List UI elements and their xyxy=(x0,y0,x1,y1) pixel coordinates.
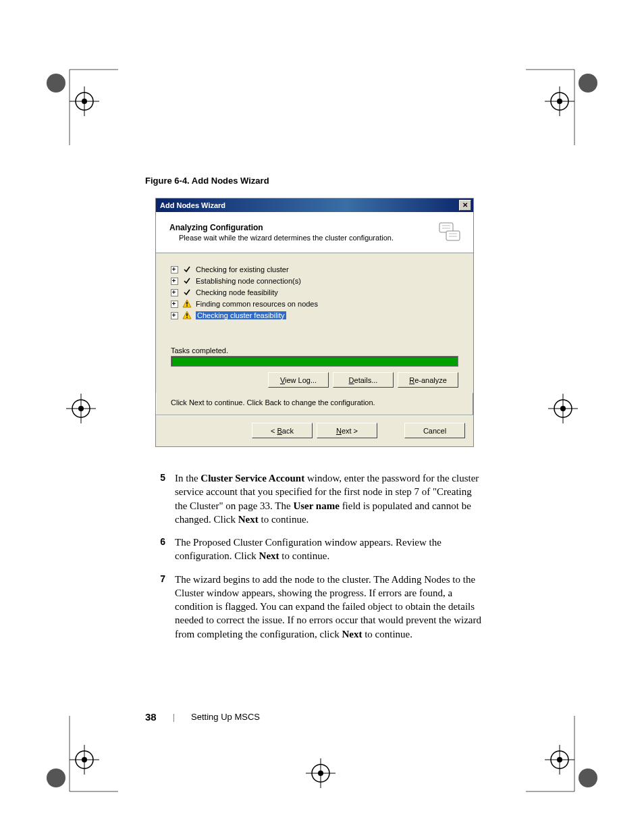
wizard-heading: Analyzing Configuration xyxy=(169,223,431,232)
expander-icon[interactable] xyxy=(171,278,178,285)
task-row[interactable]: Checking for existing cluster xyxy=(171,264,458,275)
crop-mark-icon xyxy=(526,64,607,145)
svg-point-10 xyxy=(557,99,562,104)
tasks-completed-label: Tasks completed. xyxy=(171,346,458,355)
close-icon[interactable]: ✕ xyxy=(459,200,471,211)
step-7: 7 The wizard begins to add the node to t… xyxy=(145,573,486,641)
task-row[interactable]: Checking cluster feasibility xyxy=(171,310,458,321)
wizard-instruction: Click Next to continue. Click Back to ch… xyxy=(171,398,458,407)
step-number: 7 xyxy=(145,573,175,641)
svg-rect-41 xyxy=(446,231,460,240)
step-number: 5 xyxy=(145,471,175,526)
crop-mark-icon xyxy=(37,716,118,797)
warning-icon xyxy=(182,299,192,309)
progress-bar xyxy=(171,356,458,367)
svg-rect-43 xyxy=(186,305,188,307)
svg-rect-44 xyxy=(186,313,188,316)
svg-point-37 xyxy=(579,768,597,787)
next-button[interactable]: Next > xyxy=(317,423,377,438)
expander-icon[interactable] xyxy=(171,289,178,296)
svg-point-26 xyxy=(82,757,87,762)
reanalyze-button[interactable]: Re-analyze xyxy=(398,372,458,388)
checkmark-icon xyxy=(182,276,192,286)
svg-point-4 xyxy=(82,99,87,104)
crop-mark-icon xyxy=(290,736,351,797)
figure-caption: Figure 6-4. Add Nodes Wizard xyxy=(145,176,486,186)
svg-point-22 xyxy=(47,768,65,787)
task-label: Establishing node connection(s) xyxy=(196,277,301,285)
expander-icon[interactable] xyxy=(171,301,178,308)
crop-mark-icon xyxy=(37,64,118,145)
warning-icon xyxy=(182,311,192,320)
step-number: 6 xyxy=(145,536,175,563)
task-row[interactable]: Finding common resources on nodes xyxy=(171,298,458,309)
svg-point-21 xyxy=(560,406,566,411)
step-6: 6 The Proposed Cluster Configuration win… xyxy=(145,536,486,563)
dialog-title: Add Nodes Wizard xyxy=(158,201,459,209)
step-5: 5 In the Cluster Service Account window,… xyxy=(145,471,486,526)
step-text: The wizard begins to add the node to the… xyxy=(175,573,486,641)
cancel-button[interactable]: Cancel xyxy=(404,423,465,438)
checkmark-icon xyxy=(182,288,192,297)
svg-point-11 xyxy=(579,74,597,93)
crop-mark-icon xyxy=(526,716,607,797)
svg-point-32 xyxy=(318,771,323,776)
task-label: Checking for existing cluster xyxy=(196,265,289,273)
crop-mark-icon xyxy=(543,388,603,429)
task-tree: Checking for existing clusterEstablishin… xyxy=(171,264,458,321)
wizard-subheading: Please wait while the wizard determines … xyxy=(179,234,431,242)
wizard-dialog: Add Nodes Wizard ✕ Analyzing Configurati… xyxy=(155,198,474,447)
task-label: Checking node feasibility xyxy=(196,288,278,296)
back-button[interactable]: < Back xyxy=(252,423,313,438)
task-row[interactable]: Checking node feasibility xyxy=(171,287,458,298)
page-footer: 38 | Setting Up MSCS xyxy=(145,711,260,723)
wizard-header-icon xyxy=(437,219,464,246)
task-row[interactable]: Establishing node connection(s) xyxy=(171,276,458,286)
crop-mark-icon xyxy=(41,388,101,429)
svg-point-0 xyxy=(47,74,65,93)
step-text: The Proposed Cluster Configuration windo… xyxy=(175,536,486,563)
section-title: Setting Up MSCS xyxy=(191,712,260,722)
expander-icon[interactable] xyxy=(171,312,178,319)
details-button[interactable]: Details... xyxy=(333,372,394,388)
task-label: Finding common resources on nodes xyxy=(196,300,318,308)
task-label: Checking cluster feasibility xyxy=(196,311,286,319)
svg-point-36 xyxy=(557,757,562,762)
svg-point-17 xyxy=(78,406,84,411)
expander-icon[interactable] xyxy=(171,266,178,273)
step-text: In the Cluster Service Account window, e… xyxy=(175,471,486,526)
svg-rect-45 xyxy=(186,317,188,318)
svg-rect-42 xyxy=(186,302,188,305)
checkmark-icon xyxy=(182,265,192,274)
view-log-button[interactable]: View Log... xyxy=(268,372,329,388)
page-number: 38 xyxy=(145,711,157,723)
